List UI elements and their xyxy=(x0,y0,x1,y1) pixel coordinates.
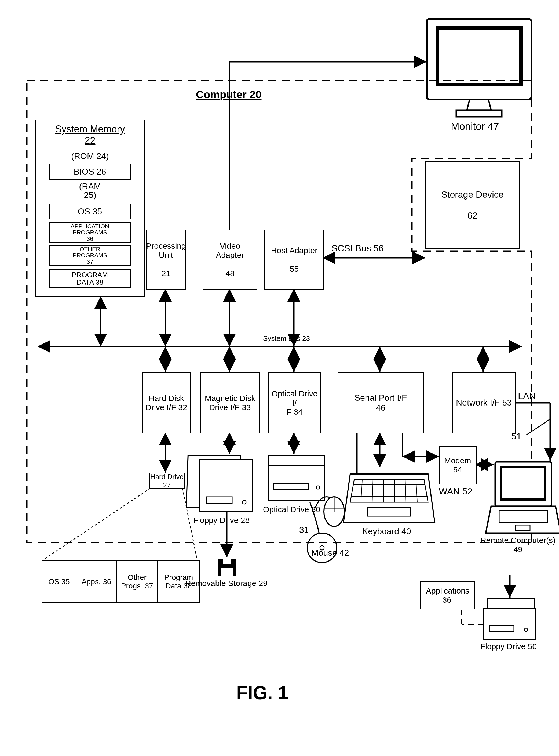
remote-computer-label: Remote Computer(s)49 xyxy=(475,536,559,554)
magnetic-disk-if-box: Magnetic DiskDrive I/F 33 xyxy=(200,372,260,433)
svg-rect-39 xyxy=(221,568,233,576)
sysmem-num: 22 xyxy=(85,135,95,146)
network-if-box: Network I/F 53 xyxy=(452,372,516,433)
svg-point-43 xyxy=(316,486,320,489)
cd-31-label: 31 xyxy=(299,525,309,535)
figure-label: FIG. 1 xyxy=(236,682,288,704)
bios-box: BIOS 26 xyxy=(49,164,131,180)
mouse-label: Mouse 42 xyxy=(311,548,349,558)
sysmem-title: System Memory xyxy=(55,124,125,134)
host-adapter-box: Host Adapter55 xyxy=(264,230,324,290)
hd-os-cell: OS 35 xyxy=(42,561,76,602)
svg-rect-1 xyxy=(438,28,521,85)
hard-drive-box: Hard Drive 27 xyxy=(149,473,185,489)
other-programs-box: OTHERPROGRAMS37 xyxy=(49,245,131,266)
svg-rect-42 xyxy=(274,483,309,489)
floppy-28-label: Floppy Drive 28 xyxy=(193,516,250,525)
program-data-box: PROGRAMDATA 38 xyxy=(49,269,131,288)
app-programs-box: APPLICATIONPROGRAMS36 xyxy=(49,222,131,243)
applications-36p-box: Applications36' xyxy=(420,581,475,609)
svg-line-54 xyxy=(383,479,384,502)
rom-label: (ROM 24) xyxy=(36,151,144,161)
svg-rect-63 xyxy=(487,599,534,608)
svg-rect-0 xyxy=(427,19,531,100)
monitor-label: Monitor 47 xyxy=(451,121,499,132)
video-adapter-box: VideoAdapter48 xyxy=(203,230,258,290)
scsi-bus-label: SCSI Bus 56 xyxy=(331,243,384,254)
os-box: OS 35 xyxy=(49,203,131,219)
system-bus-label: System Bus 23 xyxy=(263,334,310,343)
svg-rect-40 xyxy=(268,455,325,466)
wan-label: WAN 52 xyxy=(439,486,472,497)
svg-line-67 xyxy=(43,488,150,560)
svg-rect-2 xyxy=(456,110,502,117)
lan-label: LAN xyxy=(518,391,536,401)
floppy-50-label: Floppy Drive 50 xyxy=(480,642,537,651)
serial-port-if-box: Serial Port I/F46 xyxy=(338,372,424,433)
hd-other-cell: OtherProgs. 37 xyxy=(117,561,158,602)
processing-unit-box: ProcessingUnit21 xyxy=(146,230,186,290)
svg-line-55 xyxy=(395,479,395,502)
hd-apps-cell: Apps. 36 xyxy=(76,561,117,602)
computer-title: Computer 20 xyxy=(196,89,262,101)
hard-disk-if-box: Hard DiskDrive I/F 32 xyxy=(142,372,191,433)
svg-rect-64 xyxy=(483,608,535,639)
modem-box: Modem54 xyxy=(439,446,477,484)
storage-device-box: Storage Device62 xyxy=(425,161,519,249)
hd-data-cell: ProgramData 38 xyxy=(158,561,199,602)
ram-label: (RAM25) xyxy=(36,182,144,199)
hd-contents-table: OS 35 Apps. 36 OtherProgs. 37 ProgramDat… xyxy=(42,560,200,603)
system-memory-box: System Memory 22 (ROM 24) BIOS 26 (RAM25… xyxy=(35,120,145,297)
optical-drive-30-label: Optical Drive 30 xyxy=(263,505,320,514)
svg-rect-38 xyxy=(223,559,231,564)
keyboard-label: Keyboard 40 xyxy=(362,526,411,536)
optical-drive-if-box: Optical Drive I/F 34 xyxy=(268,372,321,433)
lan-num-label: 51 xyxy=(511,431,521,441)
